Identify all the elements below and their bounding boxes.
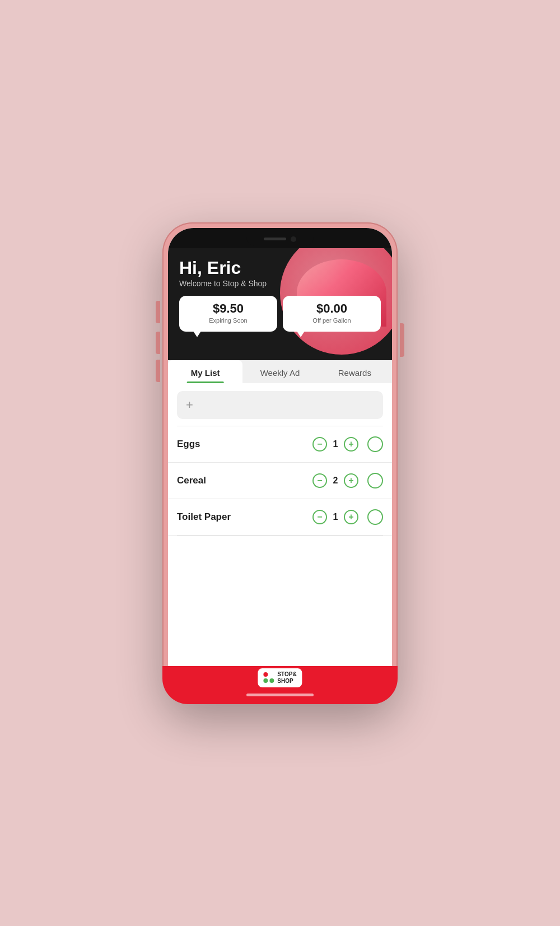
list-item: Eggs − 1 + <box>168 426 392 463</box>
status-bar <box>168 228 392 248</box>
rewards-amount: $9.50 <box>188 301 268 316</box>
quantity-cereal: 2 <box>332 476 339 486</box>
tab-my-list[interactable]: My List <box>168 360 242 383</box>
greeting-text: Hi, Eric <box>179 258 381 278</box>
quantity-control-toilet-paper: − 1 + <box>312 510 358 524</box>
item-name-toilet-paper: Toilet Paper <box>177 511 312 523</box>
check-toilet-paper-button[interactable] <box>367 509 383 525</box>
content-area: + Eggs − 1 + Cereal − 2 + <box>168 383 392 699</box>
rewards-label: Expiring Soon <box>188 317 268 324</box>
hero-section: Hi, Eric Welcome to Stop & Shop $9.50 Ex… <box>168 248 392 360</box>
info-cards: $9.50 Expiring Soon $0.00 Off per Gallon <box>179 296 381 332</box>
phone-screen: Hi, Eric Welcome to Stop & Shop $9.50 Ex… <box>168 228 392 699</box>
welcome-text: Welcome to Stop & Shop <box>179 279 381 288</box>
check-eggs-button[interactable] <box>367 436 383 452</box>
increment-cereal-button[interactable]: + <box>344 473 358 488</box>
home-indicator <box>246 694 314 696</box>
rewards-card[interactable]: $9.50 Expiring Soon <box>179 296 277 332</box>
bottom-bar: STOP& SHOP <box>168 666 392 699</box>
item-name-eggs: Eggs <box>177 439 312 450</box>
list-item: Toilet Paper − 1 + <box>168 499 392 536</box>
logo-text: STOP& SHOP <box>277 671 296 685</box>
add-item-bar[interactable]: + <box>177 391 383 419</box>
notch <box>246 232 314 246</box>
add-item-icon: + <box>186 398 193 412</box>
tab-rewards[interactable]: Rewards <box>318 360 392 383</box>
quantity-toilet-paper: 1 <box>332 512 339 522</box>
front-camera <box>291 236 296 242</box>
increment-toilet-paper-button[interactable]: + <box>344 510 358 524</box>
speaker <box>264 238 286 240</box>
check-cereal-button[interactable] <box>367 473 383 488</box>
logo-dot-red <box>263 672 268 677</box>
decrement-cereal-button[interactable]: − <box>312 473 327 488</box>
phone-frame: Hi, Eric Welcome to Stop & Shop $9.50 Ex… <box>162 222 398 704</box>
quantity-control-eggs: − 1 + <box>312 437 358 452</box>
logo-dot-green1 <box>263 678 268 683</box>
logo-dot-empty <box>269 672 274 677</box>
tab-weekly-ad[interactable]: Weekly Ad <box>242 360 317 383</box>
bottom-divider <box>177 536 383 536</box>
item-name-cereal: Cereal <box>177 475 312 486</box>
quantity-control-cereal: − 2 + <box>312 473 358 488</box>
logo-dot-green2 <box>269 678 274 683</box>
stop-shop-logo: STOP& SHOP <box>258 668 302 687</box>
increment-eggs-button[interactable]: + <box>344 437 358 452</box>
gas-amount: $0.00 <box>292 301 372 316</box>
list-item: Cereal − 2 + <box>168 463 392 499</box>
decrement-eggs-button[interactable]: − <box>312 437 327 452</box>
quantity-eggs: 1 <box>332 439 339 449</box>
logo-dots <box>263 672 274 683</box>
gas-label: Off per Gallon <box>292 317 372 324</box>
decrement-toilet-paper-button[interactable]: − <box>312 510 327 524</box>
gas-card[interactable]: $0.00 Off per Gallon <box>283 296 381 332</box>
tab-bar: My List Weekly Ad Rewards <box>168 360 392 383</box>
